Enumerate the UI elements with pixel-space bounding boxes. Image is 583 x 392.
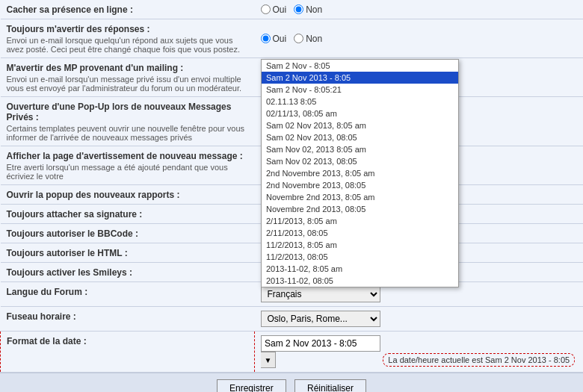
radio-non-cacher-input[interactable]	[294, 4, 303, 14]
label-popup-mp: Ouverture d'une Pop-Up lors de nouveaux …	[7, 102, 232, 122]
desc-mp-mailing: Envoi un e-mail lorsqu'un message privé …	[7, 75, 249, 93]
label-popup-rapports: Ouvrir la popup des nouveaux rapports :	[7, 190, 180, 200]
save-button[interactable]: Enregistrer	[217, 379, 286, 392]
row-cacher-presence: Cacher sa présence en ligne : Oui Non	[1, 0, 584, 19]
footer-buttons: Enregistrer Réinitialiser	[0, 373, 583, 392]
dropdown-item-d13[interactable]: Novembre 2nd 2013, 08:05	[262, 203, 458, 215]
label-bbcode: Toujours autoriser le BBCode :	[7, 228, 138, 239]
date-format-section: Sam 2 Nov - 8:05Sam 2 Nov 2013 - 8:05Sam…	[261, 335, 577, 368]
radio-non-avertir-input[interactable]	[294, 34, 303, 43]
label-langue: Langue du Forum :	[7, 287, 88, 297]
row-fuseau: Fuseau horaire : Oslo, Paris, Rome...	[1, 307, 584, 332]
dropdown-item-d15[interactable]: 2/11/2013, 08:05	[262, 227, 458, 239]
dropdown-item-d18[interactable]: 2013-11-02, 8:05 am	[262, 263, 458, 275]
desc-page-avert: Etre averti lorsqu'un message a été ajou…	[7, 163, 249, 181]
label-format-date: Format de la date :	[7, 336, 87, 346]
dropdown-item-d7[interactable]: Sam 02 Nov 2013, 08:05	[262, 131, 458, 143]
dropdown-item-d4[interactable]: 02.11.13 8:05	[262, 96, 458, 108]
date-format-wrapper: ▼	[261, 335, 380, 368]
settings-table: Cacher sa présence en ligne : Oui Non	[0, 0, 583, 373]
dropdown-item-d1[interactable]: Sam 2 Nov - 8:05	[262, 60, 458, 72]
langue-select[interactable]: Français	[261, 286, 380, 302]
radio-oui-avertir-input[interactable]	[261, 34, 271, 43]
dropdown-item-d12[interactable]: Novembre 2nd 2013, 8:05 am	[262, 191, 458, 203]
dropdown-item-d16[interactable]: 11/2/2013, 8:05 am	[262, 239, 458, 251]
dropdown-item-d5[interactable]: 02/11/13, 08:05 am	[262, 108, 458, 119]
label-page-avert: Afficher la page d'avertissement de nouv…	[7, 151, 243, 161]
radio-non-cacher[interactable]: Non	[294, 4, 322, 15]
dropdown-item-d9[interactable]: Sam Nov 02 2013, 08:05	[262, 155, 458, 167]
label-mp-mailing: M'avertir des MP provenant d'un mailing …	[7, 63, 184, 73]
date-hint: La date/heure actuelle est Sam 2 Nov 201…	[383, 353, 575, 367]
label-signature: Toujours attacher sa signature :	[7, 209, 143, 220]
row-avertir-reponses: Toujours m'avertir des réponses : Envoi …	[1, 19, 584, 58]
label-cacher-presence: Cacher sa présence en ligne :	[7, 4, 133, 15]
radio-oui-cacher[interactable]: Oui	[261, 4, 287, 15]
dropdown-item-d17[interactable]: 11/2/2013, 08:05	[262, 251, 458, 263]
main-container: Cacher sa présence en ligne : Oui Non	[0, 0, 583, 392]
radio-group-cacher: Oui Non	[261, 4, 578, 15]
dropdown-item-d11[interactable]: 2nd Novembre 2013, 08:05	[262, 179, 458, 191]
fuseau-select[interactable]: Oslo, Paris, Rome...	[261, 311, 380, 327]
radio-group-avertir: Oui Non	[261, 34, 578, 44]
radio-oui-cacher-input[interactable]	[261, 4, 271, 14]
row-format-date: Format de la date : Sam 2 Nov - 8:05Sam …	[1, 332, 584, 373]
dropdown-item-d19[interactable]: 2013-11-02, 08:05	[262, 275, 458, 287]
desc-avertir-reponses: Envoi un e-mail lorsque quelqu'un répond…	[7, 36, 249, 54]
radio-oui-avertir[interactable]: Oui	[261, 34, 287, 44]
desc-popup-mp: Certains templates peuvent ouvrir une no…	[7, 124, 249, 142]
dropdown-item-d6[interactable]: Sam 02 Nov 2013, 8:05 am	[262, 119, 458, 131]
dropdown-item-d2[interactable]: Sam 2 Nov 2013 - 8:05	[262, 72, 458, 84]
label-avertir-reponses: Toujours m'avertir des réponses :	[7, 24, 150, 34]
dropdown-item-d3[interactable]: Sam 2 Nov - 8:05:21	[262, 84, 458, 96]
dropdown-item-d14[interactable]: 2/11/2013, 8:05 am	[262, 215, 458, 227]
date-format-dropdown-btn[interactable]: ▼	[261, 352, 276, 368]
radio-non-avertir[interactable]: Non	[294, 34, 322, 44]
label-html: Toujours autoriser le HTML :	[7, 248, 128, 258]
dropdown-item-d8[interactable]: Sam Nov 02, 2013 8:05 am	[262, 143, 458, 155]
label-smileys: Toujours activer les Smileys :	[7, 267, 133, 278]
date-format-dropdown: Sam 2 Nov - 8:05Sam 2 Nov 2013 - 8:05Sam…	[261, 59, 459, 287]
dropdown-item-d10[interactable]: 2nd Novembre 2013, 8:05 am	[262, 167, 458, 179]
label-fuseau: Fuseau horaire :	[7, 311, 76, 322]
reset-button[interactable]: Réinitialiser	[294, 379, 366, 392]
date-format-input[interactable]	[261, 335, 380, 352]
